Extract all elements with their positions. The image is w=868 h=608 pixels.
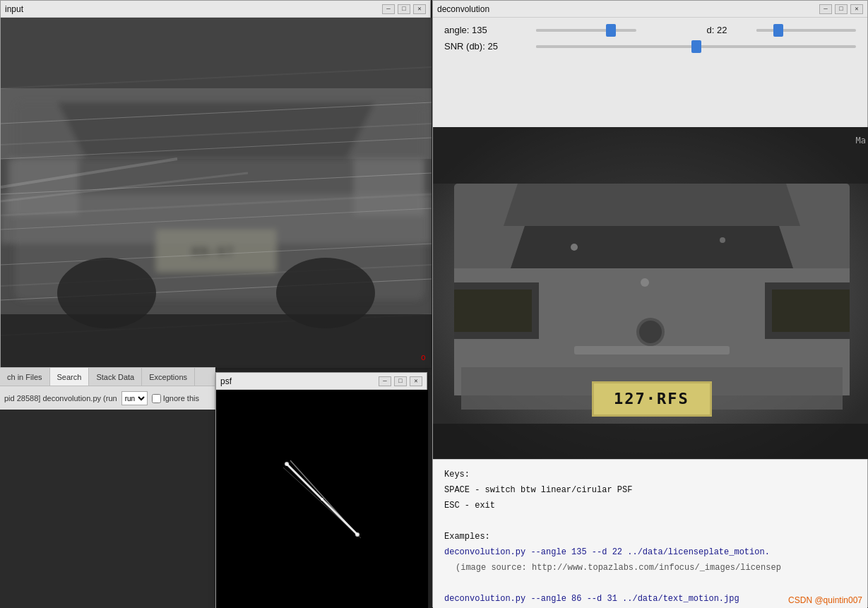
svg-point-51 [571,244,578,251]
d-label: d: 22 [707,25,749,35]
input-window-controls[interactable]: — □ ✕ [382,4,426,14]
snr-label: SNR (db): 25 [444,41,529,52]
svg-point-52 [720,237,725,243]
input-titlebar[interactable]: input — □ ✕ [1,1,430,18]
spacer2 [444,577,856,590]
svg-rect-5 [8,159,78,215]
ide-pid-text: pid 28588] deconvolution.py (run [4,394,117,403]
tab-search[interactable]: Search [50,368,90,386]
svg-rect-6 [354,159,424,215]
psf-window: psf — □ ✕ [215,372,427,608]
examples-header: Examples: [444,530,856,543]
svg-rect-20 [1,18,432,88]
svg-point-22 [57,258,156,328]
deconv-text-area: Keys: SPACE - switch btw linear/cirular … [433,459,867,608]
angle-slider-track[interactable] [536,29,636,32]
deconv-minimize-btn[interactable]: — [819,4,832,14]
svg-text:KN-97: KN-97 [191,243,234,260]
tab-stack-data[interactable]: Stack Data [89,368,142,386]
svg-point-31 [355,532,359,537]
svg-point-53 [641,278,649,287]
angle-label: angle: 135 [444,25,529,35]
tab-search-in-files[interactable]: ch in Files [0,368,50,386]
svg-rect-54 [433,127,868,184]
ide-bottom-row: pid 28588] deconvolution.py (run run Ign… [0,386,215,410]
psf-window-controls[interactable]: — □ ✕ [379,376,422,386]
psf-title: psf [220,376,232,386]
d-slider-track[interactable] [756,29,857,32]
snr-slider-row: SNR (db): 25 [444,41,856,52]
input-close-btn[interactable]: ✕ [413,4,426,14]
svg-rect-47 [574,346,730,354]
psf-titlebar[interactable]: psf — □ ✕ [216,373,427,390]
ma-label: Ma [856,136,866,145]
deconvolution-window: deconvolution — □ ✕ angle: 135 d: 22 SNR… [432,0,868,607]
input-overlay-text: o [421,352,426,362]
psf-minimize-btn[interactable]: — [379,376,391,386]
deconv-controls-area: angle: 135 d: 22 SNR (db): 25 [433,18,867,127]
input-window: input — □ ✕ KN [0,0,431,367]
snr-slider-thumb[interactable] [691,40,701,53]
deconv-car-image: 127·RFS [433,127,868,459]
input-car-image: KN-97 [1,18,432,368]
keys-header: Keys: [444,468,856,481]
psf-close-btn[interactable]: ✕ [410,376,422,386]
ide-ignore-checkbox[interactable] [152,394,161,403]
tab-exceptions[interactable]: Exceptions [142,368,195,386]
ide-tabs[interactable]: ch in Files Search Stack Data Exceptions [0,368,215,386]
svg-point-30 [285,462,289,466]
csdn-watermark: CSDN @quintin007 [788,595,862,605]
svg-marker-3 [57,102,375,159]
deconv-title: deconvolution [437,4,489,14]
angle-slider-thumb[interactable] [606,24,616,37]
psf-image-area [216,390,428,608]
deconv-window-controls[interactable]: — □ ✕ [819,4,863,14]
input-title: input [5,4,23,14]
svg-point-23 [276,258,375,328]
input-maximize-btn[interactable]: □ [398,4,410,14]
input-minimize-btn[interactable]: — [382,4,395,14]
key1-text: SPACE - switch btw linear/cirular PSF [444,484,856,496]
deconv-maximize-btn[interactable]: □ [835,4,848,14]
svg-rect-42 [772,290,850,332]
svg-rect-50 [433,424,868,459]
svg-marker-36 [504,184,800,226]
psf-maximize-btn[interactable]: □ [394,376,407,386]
ide-bar: ch in Files Search Stack Data Exceptions… [0,367,215,410]
svg-marker-38 [511,226,793,268]
ide-run-dropdown[interactable]: run [121,391,148,405]
psf-kernel-image [216,390,428,608]
example1-cmd: deconvolution.py --angle 135 --d 22 ../d… [444,546,856,559]
svg-text:127·RFS: 127·RFS [614,390,689,407]
deconv-titlebar[interactable]: deconvolution — □ ✕ [433,1,867,18]
deconv-close-btn[interactable]: ✕ [850,4,863,14]
snr-slider-track[interactable] [536,45,856,48]
angle-slider-row: angle: 135 d: 22 [444,25,856,35]
deconv-image-area: 127·RFS Ma [433,127,868,459]
svg-rect-21 [1,314,432,368]
examples-spacer [444,515,856,527]
key2-text: ESC - exit [444,499,856,512]
svg-point-32 [321,498,323,501]
input-image-area: KN-97 [1,18,432,368]
svg-point-49 [639,321,662,343]
svg-rect-40 [454,290,532,332]
example1-note: (image source: http://www.topazlabs.com/… [444,561,856,574]
ide-ignore-checkbox-label[interactable]: Ignore this [152,394,199,403]
d-slider-thumb[interactable] [773,24,783,37]
